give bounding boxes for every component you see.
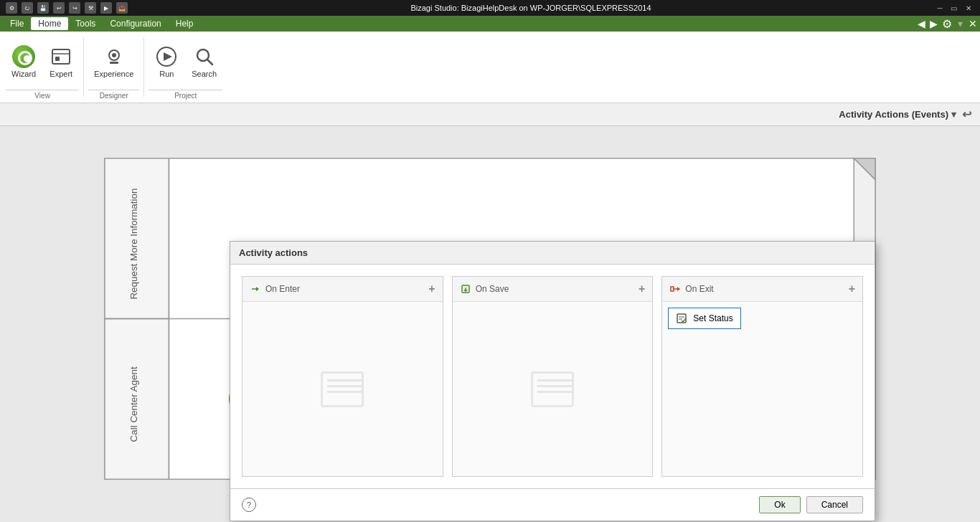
nav-back-btn[interactable]: ◀ [918,18,925,29]
ribbon: Wizard Expert View [0,32,980,103]
window-controls[interactable]: ─ ▭ ✕ [934,2,974,14]
menu-file[interactable]: File [3,17,31,30]
app-icon-5: ↪ [69,2,80,14]
run-label: Run [159,70,174,78]
cancel-button[interactable]: Cancel [806,496,863,513]
svg-marker-51 [677,287,680,291]
svg-rect-52 [671,287,674,291]
menu-bar: File Home Tools Configuration Help ◀ ▶ ⚙… [0,16,980,32]
on-enter-add-btn[interactable]: + [428,283,435,295]
on-exit-header: On Exit + [662,277,862,302]
help-button[interactable]: ? [242,498,256,512]
project-group-label: Project [149,90,222,100]
ribbon-sep-2 [143,37,144,97]
svg-line-9 [207,60,212,65]
menu-help[interactable]: Help [169,17,201,30]
experience-button[interactable]: Experience [88,42,139,81]
ribbon-project-group: Run Search Project [146,34,225,100]
on-exit-icon [669,283,681,295]
on-save-placeholder-icon [531,371,574,407]
search-icon [193,45,216,68]
wizard-button[interactable]: Wizard [6,42,42,81]
on-enter-label: On Enter [265,284,300,294]
restore-button[interactable]: ▭ [948,2,960,14]
activity-header-title: Activity Actions (Events) [839,109,948,120]
app-icon-4: ↩ [53,2,65,14]
ribbon-designer-group: Experience Designer [85,34,142,100]
on-save-header: On Save + [453,277,653,302]
on-save-add-btn[interactable]: + [639,283,645,295]
on-exit-panel: On Exit + [661,276,863,477]
on-enter-header: On Enter + [242,277,443,302]
app-icons: ⚙ ⭮ 💾 ↩ ↪ ⚒ ▶ 📤 [6,2,128,14]
run-button[interactable]: Run [149,42,184,81]
expert-icon [50,45,72,68]
ribbon-close-btn[interactable]: ✕ [969,18,977,29]
wizard-icon [12,45,35,68]
svg-marker-49 [463,290,468,292]
on-save-icon [460,283,471,295]
svg-marker-46 [256,287,259,291]
on-exit-label-group: On Exit [669,283,713,295]
expert-button[interactable]: Expert [43,42,79,81]
dialog-overlay: Activity actions On Enter [0,126,980,522]
svg-rect-5 [110,62,118,64]
ribbon-view-group: Wizard Expert View [3,34,82,100]
set-status-item[interactable]: Set Status [668,308,740,329]
dialog-footer: ? Ok Cancel [230,488,875,521]
app-icon-2: ⭮ [22,2,33,14]
on-exit-add-btn[interactable]: + [849,283,855,295]
app-icon-6: ⚒ [85,2,96,14]
svg-rect-2 [55,57,60,61]
app-icon-7: ▶ [100,2,112,14]
help-icon: ? [247,500,251,509]
menu-configuration[interactable]: Configuration [103,17,168,30]
on-enter-placeholder [321,371,364,407]
svg-rect-53 [677,314,686,323]
main-area: Activity Actions (Events) ▾ ↩ Request Mo… [0,103,980,522]
set-status-icon [676,313,687,324]
on-enter-panel: On Enter + [242,276,443,477]
close-button[interactable]: ✕ [963,2,974,14]
on-save-body [453,302,653,476]
on-save-label: On Save [476,284,509,294]
experience-icon [103,45,126,68]
svg-rect-0 [52,49,70,64]
activity-actions-dialog: Activity actions On Enter [230,241,875,521]
on-enter-body [242,302,443,476]
minimize-button[interactable]: ─ [934,2,946,14]
settings-btn[interactable]: ⚙ [942,17,952,31]
app-icon-1: ⚙ [6,2,17,14]
dialog-title: Activity actions [230,242,875,265]
on-exit-body: Set Status [662,302,862,476]
on-save-panel: On Save + [452,276,654,477]
title-bar: ⚙ ⭮ 💾 ↩ ↪ ⚒ ▶ 📤 Bizagi Studio: BizagiHel… [0,0,980,16]
on-enter-placeholder-icon [321,371,364,407]
search-label: Search [192,70,217,78]
run-icon [155,45,178,68]
activity-header: Activity Actions (Events) ▾ ↩ [0,103,980,126]
dialog-content: On Enter + [230,265,875,488]
app-icon-8: 📤 [116,2,128,14]
nav-forward-btn[interactable]: ▶ [930,18,938,29]
svg-marker-7 [164,52,172,61]
on-exit-label: On Exit [685,284,713,294]
view-group-label: View [6,90,79,100]
app-icon-3: 💾 [37,2,49,14]
set-status-label: Set Status [693,313,732,323]
menu-home[interactable]: Home [31,17,68,30]
on-enter-icon [250,283,261,295]
ok-button[interactable]: Ok [759,496,800,513]
on-save-label-group: On Save [460,283,509,295]
menu-tools[interactable]: Tools [68,17,103,30]
on-save-placeholder [531,371,574,407]
activity-header-dropdown-icon[interactable]: ▾ [951,109,956,120]
footer-buttons: Ok Cancel [759,496,863,513]
window-title: Bizagi Studio: BizagiHelpDesk on WP-JORG… [410,4,651,12]
wizard-label: Wizard [11,70,36,78]
svg-point-4 [112,53,116,57]
search-button[interactable]: Search [186,42,222,81]
expert-label: Expert [50,70,72,78]
activity-header-back-btn[interactable]: ↩ [962,108,971,121]
ribbon-sep-1 [83,37,84,97]
